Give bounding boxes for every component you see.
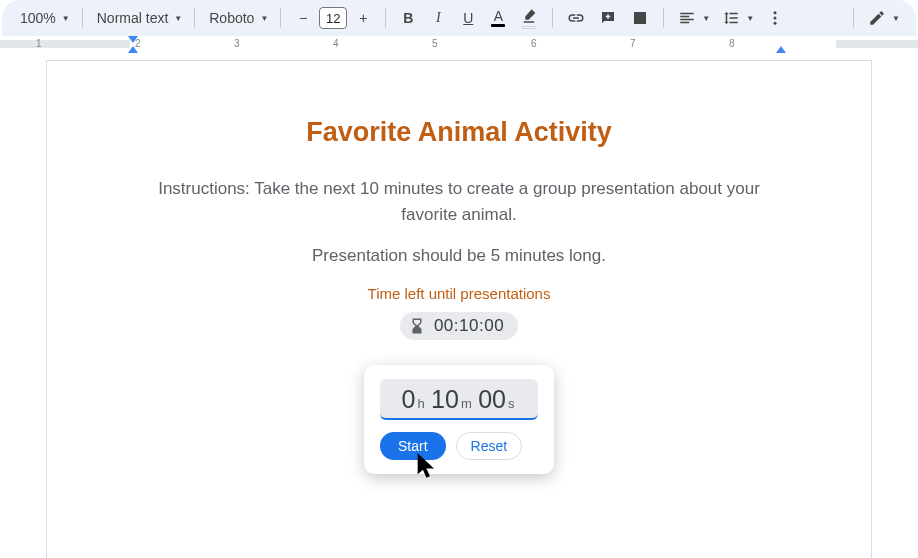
dropdown-arrow-icon: ▼ — [892, 14, 900, 23]
editing-mode-dropdown[interactable]: ▼ — [862, 4, 904, 32]
line-spacing-icon — [722, 9, 740, 27]
timer-chip-value: 00:10:00 — [434, 316, 504, 336]
svg-point-2 — [774, 22, 777, 25]
timer-display[interactable]: 0h 10m 00s — [380, 379, 538, 420]
align-dropdown[interactable]: ▼ — [672, 4, 714, 32]
paragraph-style-dropdown[interactable]: Normal text▼ — [91, 4, 187, 32]
linespacing-dropdown[interactable]: ▼ — [716, 4, 758, 32]
image-icon — [631, 9, 649, 27]
hours-label: h — [415, 396, 426, 411]
text-color-button[interactable]: A — [484, 4, 512, 32]
link-icon — [567, 9, 585, 27]
document-paragraph: Presentation should be 5 minutes long. — [131, 243, 787, 269]
toolbar: 100%▼ Normal text▼ Roboto▼ − + B I U A — [2, 0, 916, 36]
dropdown-arrow-icon: ▼ — [260, 14, 268, 23]
zoom-value: 100% — [20, 10, 56, 26]
font-value: Roboto — [209, 10, 254, 26]
document-subtitle: Time left until presentations — [131, 285, 787, 302]
ruler-tick: 7 — [630, 38, 636, 49]
increase-font-button[interactable]: + — [349, 4, 377, 32]
document-title: Favorite Animal Activity — [131, 117, 787, 148]
timer-minutes: 10 — [431, 385, 459, 413]
ruler[interactable]: 1 2 3 4 5 6 7 8 — [0, 36, 918, 52]
ruler-tick: 5 — [432, 38, 438, 49]
timer-hours: 0 — [401, 385, 415, 413]
seconds-label: s — [506, 396, 517, 411]
italic-button[interactable]: I — [424, 4, 452, 32]
insert-link-button[interactable] — [561, 4, 591, 32]
dropdown-arrow-icon: ▼ — [702, 14, 710, 23]
dropdown-arrow-icon: ▼ — [62, 14, 70, 23]
ruler-tick: 1 — [36, 38, 42, 49]
more-button[interactable] — [760, 4, 790, 32]
bold-button[interactable]: B — [394, 4, 422, 32]
highlight-button[interactable] — [514, 4, 544, 32]
dropdown-arrow-icon: ▼ — [746, 14, 754, 23]
svg-point-0 — [774, 11, 777, 14]
insert-comment-button[interactable] — [593, 4, 623, 32]
document-page[interactable]: Favorite Animal Activity Instructions: T… — [46, 60, 872, 558]
insert-image-button[interactable] — [625, 4, 655, 32]
add-comment-icon — [599, 9, 617, 27]
pencil-icon — [868, 9, 886, 27]
font-size-input[interactable] — [319, 7, 347, 29]
font-dropdown[interactable]: Roboto▼ — [203, 4, 272, 32]
document-paragraph: Instructions: Take the next 10 minutes t… — [131, 176, 787, 227]
hourglass-icon — [408, 317, 426, 335]
timer-chip[interactable]: 00:10:00 — [400, 312, 518, 340]
more-vertical-icon — [766, 9, 784, 27]
paragraph-style-value: Normal text — [97, 10, 169, 26]
minutes-label: m — [459, 396, 474, 411]
ruler-tick: 6 — [531, 38, 537, 49]
decrease-font-button[interactable]: − — [289, 4, 317, 32]
reset-button[interactable]: Reset — [456, 432, 523, 460]
highlighter-icon — [520, 7, 538, 25]
mouse-cursor-icon — [413, 451, 441, 479]
indent-marker-first-line[interactable] — [128, 36, 138, 43]
ruler-tick: 8 — [729, 38, 735, 49]
dropdown-arrow-icon: ▼ — [174, 14, 182, 23]
zoom-dropdown[interactable]: 100%▼ — [14, 4, 74, 32]
align-left-icon — [678, 9, 696, 27]
indent-marker-left[interactable] — [128, 46, 138, 53]
timer-popup: 0h 10m 00s Start Reset — [364, 365, 554, 474]
timer-seconds: 00 — [478, 385, 506, 413]
ruler-tick: 3 — [234, 38, 240, 49]
indent-marker-right[interactable] — [776, 46, 786, 53]
underline-button[interactable]: U — [454, 4, 482, 32]
svg-point-1 — [774, 17, 777, 20]
ruler-tick: 4 — [333, 38, 339, 49]
